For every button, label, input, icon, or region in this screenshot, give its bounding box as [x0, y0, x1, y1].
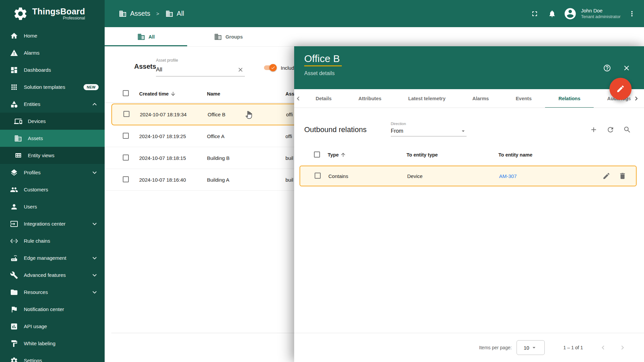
tabs-scroll-left-button[interactable]	[294, 89, 302, 108]
sidebar-item-alarms[interactable]: Alarms	[0, 44, 105, 61]
sidebar-item-notification-center[interactable]: Notification center	[0, 301, 105, 318]
sidebar-item-label: Settings	[24, 358, 42, 362]
panel-title-underline	[304, 65, 342, 66]
sidebar-item-settings[interactable]: Settings	[0, 352, 105, 362]
topbar: Assets > All John Doe Tenant administrat…	[105, 0, 644, 27]
app-logo[interactable]: ThingsBoard Professional	[0, 0, 105, 27]
sidebar-item-entity-views[interactable]: Entity views	[0, 147, 105, 164]
pencil-icon	[602, 172, 610, 180]
panel-tab-alarms[interactable]: Alarms	[459, 89, 502, 108]
created-time-cell: 2024-10-07 18:16:40	[139, 177, 207, 183]
sidebar-item-label: Rule chains	[24, 238, 50, 244]
sidebar-item-label: Entities	[24, 101, 40, 107]
sidebar-item-label: Home	[24, 33, 37, 39]
person-icon	[10, 203, 18, 211]
column-name[interactable]: Name	[207, 91, 285, 97]
sidebar-item-devices[interactable]: Devices	[0, 113, 105, 130]
home-icon	[10, 32, 18, 40]
sidebar-item-assets[interactable]: Assets	[0, 130, 105, 147]
settings-icon	[10, 357, 18, 362]
select-all-checkbox[interactable]	[314, 152, 320, 158]
more-menu-button[interactable]	[625, 6, 639, 21]
sidebar-item-solution-templates[interactable]: Solution templatesNEW	[0, 78, 105, 96]
include-toggle[interactable]: Includ	[263, 64, 294, 71]
more-vert-icon	[628, 10, 636, 18]
fullscreen-icon	[531, 10, 539, 18]
sidebar-item-api-usage[interactable]: API usage	[0, 318, 105, 335]
column-to-entity-type[interactable]: To entity type	[407, 152, 498, 158]
row-checkbox[interactable]	[315, 173, 321, 179]
sidebar-item-edge-management[interactable]: Edge management	[0, 249, 105, 266]
help-button[interactable]	[600, 61, 614, 75]
chart-icon	[10, 322, 18, 330]
tab-all[interactable]: All	[105, 27, 187, 46]
sidebar-item-entities[interactable]: Entities	[0, 96, 105, 113]
search-button[interactable]	[621, 123, 634, 136]
to-entity-type-cell: Device	[407, 173, 499, 179]
help-icon	[603, 64, 611, 72]
delete-relation-button[interactable]	[616, 169, 629, 183]
select-all-checkbox[interactable]	[123, 90, 129, 96]
notifications-button[interactable]	[545, 6, 559, 21]
panel-tab-latest-telemetry[interactable]: Latest telemetry	[395, 89, 459, 108]
edit-relation-button[interactable]	[600, 169, 613, 183]
row-checkbox[interactable]	[123, 155, 129, 161]
clear-filter-button[interactable]	[236, 65, 245, 74]
close-panel-button[interactable]	[620, 61, 633, 75]
column-type[interactable]: Type	[328, 152, 407, 158]
relation-row[interactable]: ContainsDeviceAM-307	[300, 166, 637, 186]
name-cell: Building A	[207, 177, 285, 183]
sidebar-item-resources[interactable]: Resources	[0, 284, 105, 301]
trash-icon	[619, 172, 627, 180]
fullscreen-button[interactable]	[527, 6, 542, 21]
created-time-header-label: Created time	[139, 91, 169, 97]
row-checkbox[interactable]	[123, 111, 129, 117]
pencil-icon	[616, 84, 625, 93]
sidebar-item-users[interactable]: Users	[0, 198, 105, 215]
type-header-label: Type	[328, 152, 339, 158]
sidebar-item-integrations-center[interactable]: Integrations center	[0, 215, 105, 232]
tab-groups[interactable]: Groups	[187, 27, 270, 46]
sidebar-item-label: Integrations center	[24, 221, 65, 227]
chevron-down-icon	[91, 169, 99, 177]
dashboard-icon	[10, 66, 18, 74]
to-entity-name-link[interactable]: AM-307	[499, 173, 600, 179]
direction-select[interactable]: Direction From	[391, 122, 467, 136]
dropdown-arrow-icon	[531, 344, 537, 351]
sidebar-item-rule-chains[interactable]: Rule chains	[0, 232, 105, 249]
sidebar-item-profiles[interactable]: Profiles	[0, 164, 105, 181]
refresh-button[interactable]	[604, 123, 617, 136]
close-icon	[623, 64, 631, 72]
items-per-page-select[interactable]: 10	[517, 340, 545, 355]
panel-tab-relations[interactable]: Relations	[545, 89, 594, 108]
sidebar-item-white-labeling[interactable]: White labeling	[0, 335, 105, 352]
tab-groups-label: Groups	[225, 34, 243, 40]
edit-fab[interactable]	[609, 78, 632, 100]
logo-subtitle: Professional	[63, 16, 85, 20]
panel-tab-attributes[interactable]: Attributes	[345, 89, 395, 108]
name-cell: Building B	[207, 155, 285, 161]
column-to-entity-name[interactable]: To entity name	[498, 152, 608, 158]
sidebar-item-customers[interactable]: Customers	[0, 181, 105, 198]
panel-tab-events[interactable]: Events	[502, 89, 545, 108]
column-created-time[interactable]: Created time	[139, 91, 207, 97]
panel-tab-details[interactable]: Details	[302, 89, 345, 108]
add-relation-button[interactable]	[587, 123, 600, 136]
breadcrumb-all[interactable]: All	[177, 10, 184, 17]
row-checkbox[interactable]	[123, 133, 129, 139]
sidebar-item-dashboards[interactable]: Dashboards	[0, 61, 105, 78]
created-time-cell: 2024-10-07 18:19:25	[139, 133, 207, 139]
row-checkbox[interactable]	[123, 176, 129, 182]
construction-icon	[10, 271, 18, 279]
asset-profile-filter[interactable]: Asset profile All	[156, 58, 245, 76]
previous-page-button[interactable]	[596, 341, 610, 354]
next-page-button[interactable]	[616, 341, 629, 354]
chevron-up-icon	[91, 100, 99, 108]
user-menu[interactable]: John Doe Tenant administrator	[564, 7, 621, 20]
sidebar-item-advanced-features[interactable]: Advanced features	[0, 266, 105, 284]
sidebar-item-home[interactable]: Home	[0, 27, 105, 44]
breadcrumb-assets[interactable]: Assets	[130, 10, 150, 17]
pagination-range: 1 – 1 of 1	[564, 345, 583, 350]
created-time-cell: 2024-10-07 18:19:34	[140, 112, 208, 117]
relations-toolbar: Outbound relations Direction From	[304, 120, 634, 140]
